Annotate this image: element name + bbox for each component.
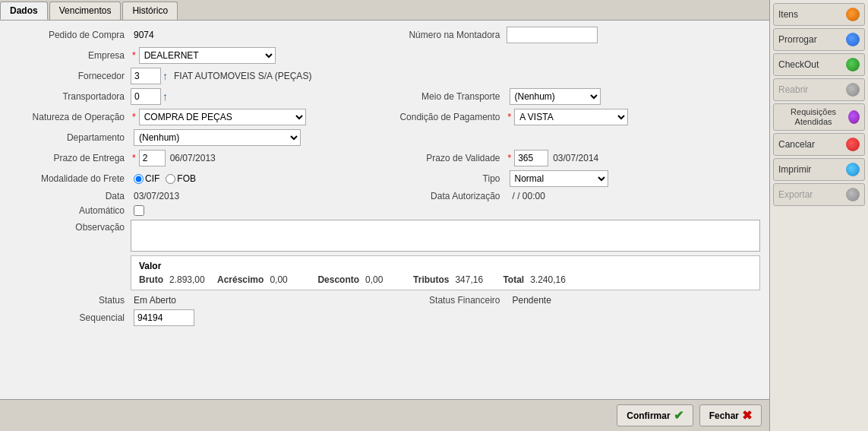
fornecedor-lookup-btn[interactable]: ↑ bbox=[163, 70, 168, 82]
prazo-validade-days-input[interactable] bbox=[514, 150, 548, 166]
total-label: Total bbox=[503, 274, 524, 285]
numero-montadora-input[interactable] bbox=[507, 27, 598, 43]
natureza-label: Natureza de Operação bbox=[9, 112, 131, 122]
condicao-pagamento-select[interactable]: A VISTA bbox=[514, 109, 628, 125]
confirmar-label: Confirmar bbox=[627, 410, 670, 421]
data-autorizacao-value: / / 00:00 bbox=[513, 191, 545, 201]
frete-fob-radio[interactable] bbox=[166, 174, 175, 184]
row-transportadora: Transportadora ↑ Meio de Transporte (Nen… bbox=[9, 88, 760, 105]
checkout-button[interactable]: CheckOut bbox=[773, 53, 865, 76]
observacao-textarea[interactable] bbox=[131, 220, 760, 252]
sidebar: Itens Prorrogar CheckOut Reabrir Requisi… bbox=[769, 0, 868, 431]
cancelar-button[interactable]: Cancelar bbox=[773, 133, 865, 156]
transportadora-label: Transportadora bbox=[9, 91, 131, 102]
departamento-select[interactable]: (Nenhum) bbox=[134, 129, 301, 146]
row-natureza: Natureza de Operação * COMPRA DE PEÇAS C… bbox=[9, 109, 760, 125]
reabrir-label: Reabrir bbox=[778, 84, 808, 95]
itens-label: Itens bbox=[778, 9, 798, 20]
prorrogar-label: Prorrogar bbox=[778, 34, 817, 45]
empresa-label: Empresa bbox=[9, 50, 131, 61]
tab-bar: Dados Vencimentos Histórico bbox=[0, 0, 769, 21]
bruto-label: Bruto bbox=[139, 274, 163, 285]
row-departamento: Departamento (Nenhum) bbox=[9, 129, 760, 146]
row-sequencial: Sequencial bbox=[9, 309, 760, 326]
row-pedido: Pedido de Compra 9074 Número na Montador… bbox=[9, 27, 760, 43]
row-observacao: Observação bbox=[9, 220, 760, 252]
status-label: Status bbox=[9, 295, 131, 306]
meio-transporte-select[interactable]: (Nenhum) bbox=[510, 88, 601, 105]
form-area: Pedido de Compra 9074 Número na Montador… bbox=[0, 21, 769, 399]
automatico-label: Automático bbox=[9, 205, 131, 216]
row-data: Data 03/07/2013 Data Autorização / / 00:… bbox=[9, 191, 760, 201]
cancelar-icon bbox=[846, 138, 860, 151]
status-financeiro-value: Pendente bbox=[513, 295, 551, 306]
checkout-icon bbox=[846, 58, 860, 71]
sequencial-input[interactable] bbox=[134, 309, 194, 326]
fechar-button[interactable]: Fechar ✖ bbox=[699, 404, 762, 426]
reabrir-button[interactable]: Reabrir bbox=[773, 78, 865, 101]
acrescimo-value: 0,00 bbox=[270, 274, 311, 285]
cancelar-label: Cancelar bbox=[778, 139, 815, 150]
itens-icon bbox=[846, 8, 860, 21]
tributos-value: 347,16 bbox=[455, 274, 497, 285]
tab-vencimentos[interactable]: Vencimentos bbox=[49, 2, 122, 20]
pedido-compra-label: Pedido de Compra bbox=[9, 30, 131, 40]
transportadora-lookup-btn[interactable]: ↑ bbox=[163, 90, 168, 103]
frete-cif-radio[interactable] bbox=[134, 174, 144, 184]
tipo-select[interactable]: NormalUrgente bbox=[510, 170, 608, 187]
prazo-entrega-days-input[interactable] bbox=[139, 150, 166, 166]
itens-button[interactable]: Itens bbox=[773, 3, 865, 26]
departamento-label: Departamento bbox=[9, 132, 131, 143]
natureza-select[interactable]: COMPRA DE PEÇAS bbox=[139, 109, 306, 125]
prazo-validade-date: 03/07/2014 bbox=[553, 153, 598, 163]
transportadora-id-input[interactable] bbox=[131, 88, 161, 105]
imprimir-button[interactable]: Imprimir bbox=[773, 158, 865, 181]
empresa-select[interactable]: DEALERNET bbox=[139, 47, 276, 64]
requisicoes-label: Requisições Atendidas bbox=[778, 107, 848, 127]
prazo-validade-label: Prazo de Validade bbox=[385, 153, 507, 163]
observacao-label: Observação bbox=[9, 220, 131, 233]
tab-dados[interactable]: Dados bbox=[0, 2, 48, 20]
exportar-label: Exportar bbox=[778, 189, 813, 200]
frete-cif-label[interactable]: CIF bbox=[134, 173, 159, 184]
exportar-button[interactable]: Exportar bbox=[773, 183, 865, 206]
requisicoes-icon bbox=[848, 110, 860, 124]
reabrir-icon bbox=[846, 83, 860, 97]
tipo-label: Tipo bbox=[385, 173, 507, 184]
acrescimo-label: Acréscimo bbox=[217, 274, 264, 285]
prazo-entrega-label: Prazo de Entrega bbox=[9, 153, 131, 163]
automatico-checkbox[interactable] bbox=[134, 205, 144, 216]
total-value: 3.240,16 bbox=[530, 274, 572, 285]
modalidade-frete-label: Modalidade do Frete bbox=[9, 173, 131, 184]
fechar-icon: ✖ bbox=[742, 408, 752, 423]
row-prazo: Prazo de Entrega * 06/07/2013 Prazo de V… bbox=[9, 150, 760, 166]
row-automatico: Automático bbox=[9, 205, 760, 216]
imprimir-label: Imprimir bbox=[778, 164, 811, 175]
requisicoes-button[interactable]: Requisições Atendidas bbox=[773, 103, 865, 131]
imprimir-icon bbox=[846, 163, 860, 176]
fornecedor-id-input[interactable] bbox=[131, 68, 161, 84]
prorrogar-button[interactable]: Prorrogar bbox=[773, 28, 865, 51]
fechar-label: Fechar bbox=[709, 410, 739, 421]
pedido-compra-value: 9074 bbox=[134, 30, 154, 40]
prorrogar-icon bbox=[846, 33, 860, 46]
bottom-bar: Confirmar ✔ Fechar ✖ bbox=[0, 399, 769, 431]
tributos-label: Tributos bbox=[413, 274, 449, 285]
data-value: 03/07/2013 bbox=[134, 191, 179, 201]
valor-section: Valor Bruto 2.893,00 Acréscimo 0,00 Desc… bbox=[131, 255, 760, 290]
bruto-value: 2.893,00 bbox=[169, 274, 211, 285]
frete-fob-label[interactable]: FOB bbox=[166, 173, 196, 184]
tab-historico[interactable]: Histórico bbox=[122, 2, 178, 20]
checkout-label: CheckOut bbox=[778, 59, 819, 70]
valor-title: Valor bbox=[139, 261, 752, 271]
sequencial-label: Sequencial bbox=[9, 312, 131, 323]
row-frete: Modalidade do Frete CIF FOB Tipo bbox=[9, 170, 760, 187]
status-value: Em Aberto bbox=[134, 295, 176, 306]
desconto-value: 0,00 bbox=[365, 274, 407, 285]
fornecedor-name: FIAT AUTOMOVEIS S/A (PEÇAS) bbox=[174, 71, 311, 81]
data-autorizacao-label: Data Autorização bbox=[385, 191, 507, 201]
confirmar-icon: ✔ bbox=[674, 408, 683, 423]
meio-transporte-label: Meio de Transporte bbox=[385, 91, 507, 102]
status-financeiro-label: Status Financeiro bbox=[385, 295, 507, 306]
confirmar-button[interactable]: Confirmar ✔ bbox=[617, 404, 693, 426]
